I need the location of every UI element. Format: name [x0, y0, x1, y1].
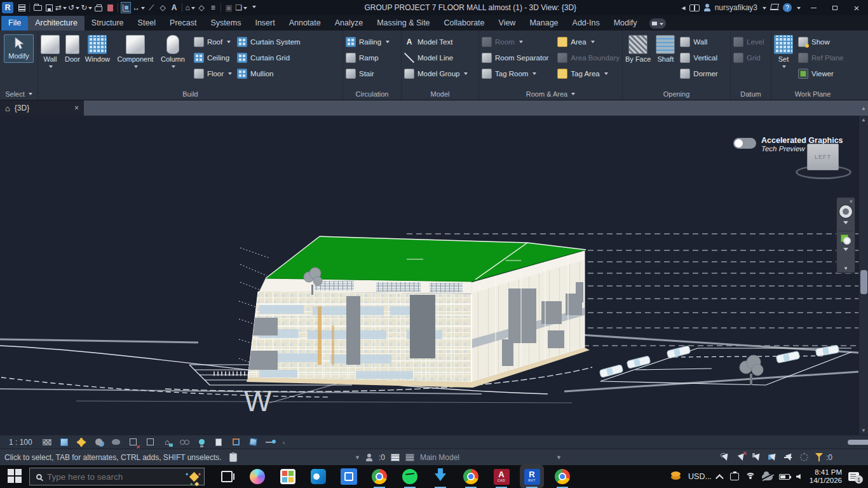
chrome-button-1[interactable]: [371, 468, 388, 485]
tab-manage[interactable]: Manage: [522, 16, 565, 30]
locked-3d-view-icon[interactable]: [162, 437, 173, 447]
panel-label-work-plane[interactable]: Work Plane: [771, 88, 854, 100]
horizontal-scrollbar[interactable]: [288, 435, 855, 449]
chrome-button-3[interactable]: [554, 468, 571, 485]
tab-architecture[interactable]: Architecture: [28, 16, 85, 30]
temporary-hide-isolate-icon[interactable]: [179, 437, 190, 447]
stair-button[interactable]: Stair: [346, 65, 390, 81]
rendering-dialog-icon[interactable]: [111, 437, 121, 447]
workset-select-arrow[interactable]: [556, 454, 562, 461]
vertical-opening-button[interactable]: Vertical: [680, 50, 717, 65]
sun-path-icon[interactable]: [76, 437, 87, 447]
tab-addins[interactable]: Add-Ins: [566, 16, 607, 30]
delete-sheet-icon[interactable]: [105, 2, 115, 13]
select-links-icon[interactable]: [721, 453, 729, 462]
panel-label-build[interactable]: Build: [38, 88, 342, 100]
currency-app-icon[interactable]: [670, 471, 682, 482]
autocad-button[interactable]: ACAD: [493, 468, 510, 485]
floor-button[interactable]: Floor: [194, 65, 232, 81]
curtain-system-button[interactable]: Curtain System: [237, 34, 301, 50]
scrollbar-up-icon[interactable]: [861, 117, 866, 123]
onedrive-paused-icon[interactable]: [762, 474, 773, 480]
building-model[interactable]: [245, 236, 590, 388]
select-pinned-icon[interactable]: [752, 453, 761, 462]
tab-structure[interactable]: Structure: [85, 16, 131, 30]
vertical-scroll-thumb[interactable]: [860, 270, 867, 294]
pen-settings-icon[interactable]: [730, 473, 739, 480]
measure-icon[interactable]: ↔: [132, 2, 145, 13]
tag-icon[interactable]: ◇: [158, 2, 168, 13]
scroll-left-icon[interactable]: ‹: [283, 438, 285, 446]
panel-label-room-area[interactable]: Room & Area: [479, 88, 622, 100]
search-icon[interactable]: [689, 4, 700, 11]
analytical-model-icon[interactable]: [231, 437, 241, 447]
save-icon[interactable]: [44, 2, 54, 13]
component-button[interactable]: Component: [115, 34, 156, 69]
sync-icon[interactable]: ⇄: [55, 2, 67, 13]
redo-icon[interactable]: ↻: [81, 2, 92, 13]
close-view-icon[interactable]: [74, 104, 79, 112]
steering-wheel-icon[interactable]: [839, 205, 852, 218]
outlook-button[interactable]: [310, 468, 327, 485]
accelerated-graphics-toggle[interactable]: [733, 138, 756, 149]
file-list-icon[interactable]: [17, 2, 27, 13]
tab-analyze[interactable]: Analyze: [328, 16, 370, 30]
area-button[interactable]: Area: [557, 34, 620, 50]
task-view-button[interactable]: [219, 468, 235, 485]
viewer-button[interactable]: Viewer: [798, 65, 844, 81]
username[interactable]: nursyafikay3: [715, 3, 757, 12]
grid-button[interactable]: Grid: [733, 50, 764, 65]
editable-worksets-icon[interactable]: [366, 454, 373, 461]
taskbar-clock[interactable]: 8:41 PM 14/1/2026: [810, 468, 842, 485]
app-store-cart-icon[interactable]: [770, 4, 779, 10]
tab-steel[interactable]: Steel: [131, 16, 163, 30]
tab-view[interactable]: View: [492, 16, 523, 30]
tab-file[interactable]: File: [1, 16, 28, 30]
roof-button[interactable]: Roof: [194, 34, 232, 50]
search-input[interactable]: [47, 472, 186, 482]
panel-label-circulation[interactable]: Circulation: [343, 88, 401, 100]
tab-systems[interactable]: Systems: [203, 16, 248, 30]
displacement-sets-icon[interactable]: [248, 437, 259, 447]
ceiling-button[interactable]: Ceiling: [194, 50, 232, 65]
reveal-constraints-icon[interactable]: [265, 437, 276, 447]
default-3d-view-icon[interactable]: ⌂: [185, 2, 195, 13]
scale-control[interactable]: 1 : 100: [9, 438, 32, 447]
navbar-expand-icon[interactable]: [844, 265, 848, 271]
panel-label-select[interactable]: Select: [0, 88, 37, 100]
active-workset[interactable]: Main Model: [420, 453, 459, 462]
switch-windows-icon[interactable]: ❏: [235, 2, 247, 13]
tag-room-button[interactable]: Tag Room: [482, 65, 552, 81]
restore-button[interactable]: [826, 1, 844, 15]
start-button[interactable]: [8, 469, 23, 484]
tab-modify[interactable]: Modify: [607, 16, 644, 30]
viewcube[interactable]: LEFT: [796, 144, 853, 188]
microsoft-store-button[interactable]: [280, 468, 296, 485]
close-hidden-windows-icon[interactable]: ▣: [224, 2, 234, 13]
opening-by-face-button[interactable]: By Face: [625, 34, 651, 63]
wall-opening-button[interactable]: Wall: [680, 34, 717, 50]
viewcube-face[interactable]: LEFT: [807, 144, 839, 170]
help-icon[interactable]: [783, 3, 792, 12]
visual-style-icon[interactable]: [59, 437, 70, 447]
select-by-face-icon[interactable]: [768, 453, 777, 462]
minimize-button[interactable]: [804, 1, 822, 15]
tray-expand-icon[interactable]: [715, 474, 724, 482]
tab-precast[interactable]: Precast: [163, 16, 203, 30]
dormer-button[interactable]: Dormer: [680, 65, 717, 81]
panel-label-model[interactable]: Model: [402, 88, 478, 100]
crop-view-icon[interactable]: [128, 437, 139, 447]
drawing-area[interactable]: Accelerated Graphics Tech Preview LEFT W: [0, 116, 868, 435]
scroll-up-icon[interactable]: [861, 105, 866, 111]
help-menu-arrow[interactable]: [797, 7, 801, 11]
curtain-grid-button[interactable]: Curtain Grid: [237, 50, 301, 65]
vertical-scrollbar[interactable]: [858, 116, 868, 435]
copilot-button[interactable]: [249, 468, 266, 485]
zoom-menu-arrow[interactable]: [843, 248, 848, 254]
model-line-button[interactable]: Model Line: [404, 50, 468, 65]
close-button[interactable]: [848, 1, 865, 15]
set-work-plane-button[interactable]: Set: [774, 34, 793, 69]
crop-region-icon[interactable]: [145, 437, 156, 447]
tag-area-button[interactable]: Tag Area: [557, 65, 620, 81]
model-group-button[interactable]: Model Group: [404, 65, 468, 81]
